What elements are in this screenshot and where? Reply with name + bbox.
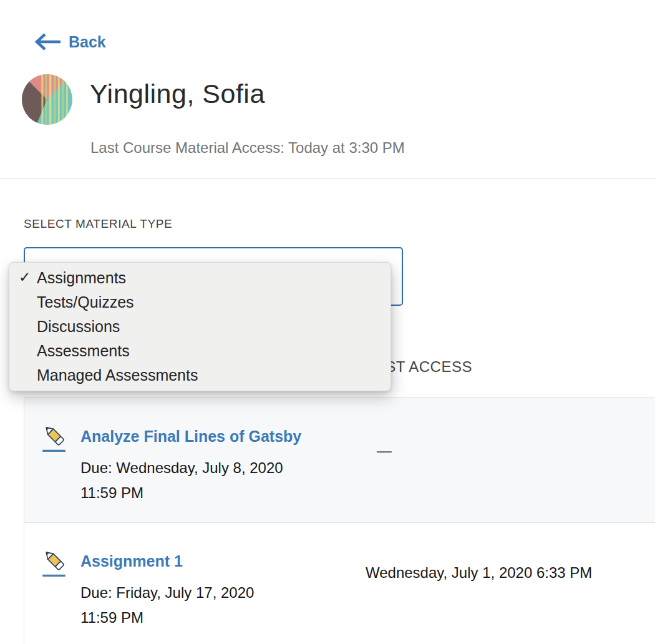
header-divider (0, 178, 655, 178)
last-access-summary: Last Course Material Access: Today at 3:… (90, 139, 405, 157)
dropdown-option-label: Assessments (37, 342, 130, 360)
first-access-value: — (366, 439, 392, 459)
dropdown-option-label: Assignments (37, 269, 126, 287)
material-type-label: SELECT MATERIAL TYPE (24, 217, 172, 231)
dropdown-option-label: Managed Assessments (37, 366, 198, 384)
table-row: Analyze Final Lines of Gatsby Due: Wedne… (24, 398, 655, 523)
material-link[interactable]: Analyze Final Lines of Gatsby (80, 427, 301, 446)
material-due-date: Due: Wednesday, July 8, 2020 11:59 PM (80, 456, 283, 505)
material-link[interactable]: Assignment 1 (80, 552, 183, 570)
due-date-line1: Due: Wednesday, July 8, 2020 (80, 456, 283, 481)
dropdown-option-label: Discussions (37, 318, 120, 336)
material-due-date: Due: Friday, July 17, 2020 11:59 PM (80, 580, 254, 630)
table-row: Assignment 1 Due: Friday, July 17, 2020 … (24, 523, 655, 644)
dropdown-option-assignments[interactable]: ✓ Assignments (9, 266, 391, 290)
back-link[interactable]: Back (33, 32, 106, 51)
due-date-line1: Due: Friday, July 17, 2020 (80, 580, 254, 605)
checkmark-icon: ✓ (19, 269, 31, 286)
dropdown-option-managed-assessments[interactable]: Managed Assessments (9, 363, 391, 388)
due-date-line2: 11:59 PM (80, 481, 283, 505)
dropdown-option-tests-quizzes[interactable]: Tests/Quizzes (9, 290, 391, 315)
back-arrow-icon (33, 32, 62, 51)
material-type-dropdown: ✓ Assignments Tests/Quizzes Discussions … (9, 262, 391, 391)
dropdown-option-discussions[interactable]: Discussions (9, 315, 391, 339)
assignment-pencil-icon[interactable] (41, 549, 67, 580)
page-title: Yingling, Sofia (90, 79, 265, 109)
student-material-access-page: Back Yingling, Sofia Last Course (0, 0, 655, 644)
due-date-line2: 11:59 PM (80, 605, 254, 630)
materials-table: Analyze Final Lines of Gatsby Due: Wedne… (24, 398, 655, 644)
back-label: Back (69, 33, 106, 51)
assignment-pencil-icon[interactable] (41, 424, 67, 456)
first-access-value: Wednesday, July 1, 2020 6:33 PM (366, 564, 592, 582)
dropdown-option-assessments[interactable]: Assessments (9, 339, 391, 363)
dropdown-option-label: Tests/Quizzes (37, 293, 134, 311)
avatar (22, 74, 72, 125)
